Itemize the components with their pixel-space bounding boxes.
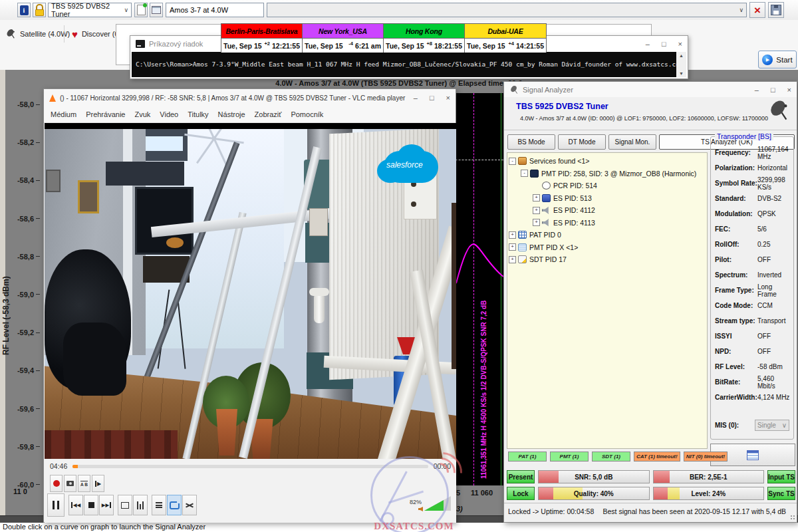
- mis-label: MIS (0):: [715, 422, 751, 429]
- transponder-field-value: 5,460 Mbit/s: [757, 375, 791, 390]
- tuner-dropdown[interactable]: TBS 5925 DVBS2 Tuner ∨: [48, 3, 132, 17]
- vlc-titlebar[interactable]: () - 11067 Horizontal 3299,998 / RF: -58…: [44, 89, 456, 106]
- tree-expander[interactable]: -: [509, 158, 516, 165]
- transponder-row: Frame Type: Long Frame: [711, 283, 793, 298]
- tree-row[interactable]: + ES PID: 4112: [507, 204, 707, 217]
- status-hint-bar: Double click on a curve on graph to laun…: [0, 523, 798, 532]
- preset-dropdown[interactable]: ∨: [267, 3, 747, 17]
- vlc-menu-item[interactable]: Zobraziť: [255, 110, 282, 118]
- clock-utc-offset: -4: [348, 41, 353, 47]
- salesforce-logo-text: salesforce: [386, 160, 423, 170]
- vlc-menu-item[interactable]: Video: [160, 110, 178, 118]
- seek-bar[interactable]: [72, 465, 428, 468]
- mode-button[interactable]: DT Mode: [558, 134, 606, 150]
- info-button[interactable]: i: [17, 3, 31, 17]
- cmd-scrollbar[interactable]: ▲ ▼: [676, 52, 686, 77]
- record-button[interactable]: [50, 475, 63, 492]
- save-icon: [771, 5, 781, 15]
- new-page-button[interactable]: [134, 3, 148, 17]
- status-chip: NIT (0) timeout!: [684, 452, 728, 462]
- vlc-cone-icon: [49, 94, 56, 102]
- minimize-button[interactable]: –: [414, 94, 418, 102]
- best-signal-status: Best signal has been seen at 2020-09-15 …: [602, 507, 797, 515]
- scene-tv: [135, 187, 194, 255]
- vlc-menu-item[interactable]: Médium: [51, 110, 76, 118]
- tree-row[interactable]: + ES PID: 513: [507, 192, 707, 205]
- close-button[interactable]: ×: [446, 94, 450, 102]
- tree-expander[interactable]: +: [533, 194, 540, 201]
- vlc-menu-item[interactable]: Pomocník: [291, 110, 323, 118]
- transponder-field-value: DVB-S2: [757, 195, 781, 202]
- lock-button[interactable]: [33, 3, 46, 17]
- minimize-button[interactable]: –: [755, 86, 759, 94]
- scroll-down-icon[interactable]: ▼: [679, 71, 684, 76]
- ab-loop-button[interactable]: A B: [78, 475, 90, 492]
- tuner-name: TBS 5925 DVBS2 Tuner: [516, 102, 608, 111]
- input-ts-button[interactable]: Input TS: [767, 470, 795, 483]
- snapshot-button[interactable]: [64, 475, 76, 492]
- satellite-dish-icon: [767, 99, 790, 122]
- tree-node-label: PAT PID 0: [529, 231, 561, 239]
- transponder-field-value: 4,124 MHz: [757, 394, 789, 401]
- tree-node-label: PMT PID X <1>: [529, 243, 578, 251]
- playlist-icon: [156, 501, 162, 509]
- frame-step-button[interactable]: ▶: [92, 475, 104, 492]
- next-button[interactable]: ▶▶: [99, 495, 114, 515]
- monitor-button[interactable]: [150, 3, 163, 17]
- previous-button[interactable]: ◀◀: [68, 495, 83, 515]
- world-clocks: Berlin-Paris-Bratislava Tue, Sep 15 +2 1…: [221, 23, 547, 53]
- tree-row[interactable]: - Services found <1>: [507, 155, 707, 168]
- sync-ts-button[interactable]: Sync TS: [767, 487, 795, 500]
- stop-button[interactable]: [84, 495, 98, 515]
- maximize-button[interactable]: □: [662, 40, 666, 48]
- volume-slider[interactable]: [424, 496, 451, 511]
- tree-expander[interactable]: +: [509, 256, 516, 263]
- maximize-button[interactable]: □: [771, 86, 775, 94]
- delete-button[interactable]: ×: [749, 2, 765, 18]
- tree-expander[interactable]: +: [533, 207, 540, 214]
- channel-field[interactable]: [166, 3, 264, 17]
- mis-dropdown[interactable]: Single ∨: [755, 420, 789, 431]
- vlc-menu-item[interactable]: Zvuk: [134, 110, 150, 118]
- resize-grip[interactable]: [790, 515, 795, 520]
- main-toolbar: i TBS 5925 DVBS2 Tuner ∨ ∨ ×: [0, 0, 798, 21]
- vlc-menu-item[interactable]: Prehrávanie: [86, 110, 125, 118]
- transponder-field-value: OFF: [757, 256, 771, 263]
- tree-node-label: ES PID: 513: [553, 194, 592, 202]
- transponder-field-label: RollOff:: [715, 241, 757, 248]
- scene-picture-frame: [78, 180, 99, 213]
- settings-button[interactable]: [133, 495, 148, 515]
- analyzer-titlebar[interactable]: Signal Analyzer – □ ×: [504, 82, 797, 97]
- fullscreen-button[interactable]: [118, 495, 132, 515]
- maximize-button[interactable]: □: [430, 94, 434, 102]
- tree-row[interactable]: + PAT PID 0: [507, 229, 707, 241]
- pause-icon: [53, 501, 55, 509]
- minimize-button[interactable]: –: [646, 40, 650, 48]
- tree-expander[interactable]: +: [509, 231, 516, 239]
- tree-expander[interactable]: +: [509, 243, 516, 251]
- loop-button[interactable]: [167, 495, 182, 515]
- shuffle-button[interactable]: [182, 495, 197, 515]
- tree-row[interactable]: + ES PID: 4113: [507, 217, 707, 229]
- tree-row[interactable]: PCR PID: 514: [507, 180, 707, 192]
- tree-row[interactable]: - PMT PID: 258, SID: 3 @ Mizmor_OB8 (Har…: [507, 168, 707, 180]
- tree-expander[interactable]: +: [533, 219, 540, 226]
- playlist-button[interactable]: [152, 495, 166, 515]
- discover-button[interactable]: ♥ Discover (0): [72, 25, 121, 43]
- close-button[interactable]: ×: [678, 40, 682, 48]
- mode-button[interactable]: BS Mode: [507, 134, 555, 150]
- tree-expander[interactable]: -: [521, 170, 528, 177]
- analyzer-title: Signal Analyzer: [523, 86, 751, 94]
- start-button[interactable]: ▶ Start: [758, 51, 797, 68]
- pause-button[interactable]: [47, 493, 65, 517]
- satellite-button[interactable]: Satellite (4.0W): [5, 25, 70, 43]
- close-button[interactable]: ×: [787, 86, 791, 94]
- mode-button[interactable]: Signal Mon.: [608, 134, 656, 150]
- tree-row[interactable]: + SDT PID 17: [507, 253, 707, 266]
- status-chip: CAT (1) timeout!: [634, 452, 680, 462]
- vlc-menu-item[interactable]: Nástroje: [218, 110, 245, 118]
- save-button[interactable]: [768, 2, 784, 18]
- scroll-up-icon[interactable]: ▲: [679, 53, 684, 58]
- tree-row[interactable]: + PMT PID X <1>: [507, 241, 707, 254]
- vlc-menu-item[interactable]: Titulky: [188, 110, 208, 118]
